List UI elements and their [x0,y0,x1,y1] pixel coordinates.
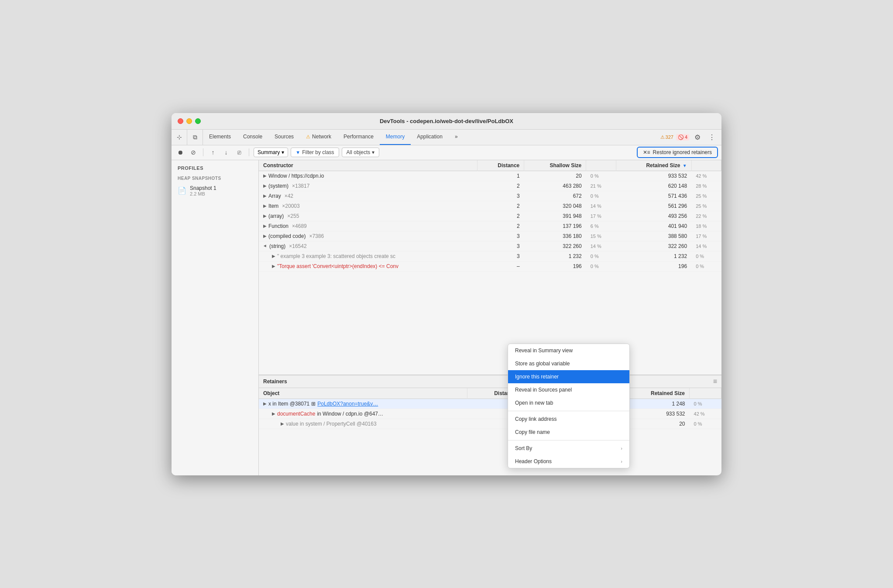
ctx-copy-link[interactable]: Copy link address [508,413,629,426]
snapshot-info: Snapshot 1 2.2 MB [190,185,216,196]
clear-icon[interactable]: ⎚ [234,147,244,158]
expand-icon[interactable]: ▶ [263,224,267,228]
upload-icon[interactable]: ↑ [208,147,218,158]
context-menu-separator-2 [508,440,629,440]
retainers-table-container[interactable]: Object Distance▲ Shallow Size Retained S… [259,388,721,475]
restore-icon: ✕≡ [643,149,650,155]
ret-col-retained-pct [690,388,721,399]
settings-icon[interactable]: ⚙ [692,131,703,143]
retainer-row[interactable]: ▶x in Item @38071 ⊞ PoLdbOX?anon=true&v…… [259,399,721,409]
device-icon[interactable]: ⧉ [187,130,203,145]
table-row[interactable]: ▶"Torque assert 'Convert<uintptr>(endInd… [259,261,721,271]
ret-col-object: Object [259,388,467,399]
context-menu-separator-1 [508,411,629,411]
dropdown-arrow-icon: ▾ [282,149,284,155]
ctx-open-new-tab[interactable]: Open in new tab [508,396,629,409]
toolbar-separator-2 [249,148,249,156]
col-retained-pct [691,160,721,171]
expand-icon[interactable]: ▶ [263,183,267,188]
restore-ignored-retainers-button[interactable]: ✕≡ Restore ignored retainers [637,147,718,158]
table-row[interactable]: ▶Item×20003 2 320 048 14 % 561 296 25 % [259,201,721,211]
sort-by-arrow-icon: › [621,446,622,451]
minimize-button[interactable] [186,118,192,124]
stop-icon[interactable]: ⊘ [188,147,199,158]
download-icon[interactable]: ↓ [221,147,231,158]
window-title: DevTools - codepen.io/web-dot-dev/live/P… [380,118,513,124]
error-badge: 🚫 4 [676,134,689,141]
ctx-copy-filename[interactable]: Copy file name [508,426,629,439]
summary-dropdown[interactable]: Summary ▾ [254,148,288,157]
ctx-sort-by[interactable]: Sort By › [508,442,629,455]
snapshot-name: Snapshot 1 [190,185,216,191]
expand-icon[interactable]: ▶ [272,254,275,258]
header-options-arrow-icon: › [621,459,622,464]
data-panel: Constructor Distance Shallow Size Retain… [259,160,721,475]
col-shallow-size: Shallow Size [524,160,586,171]
table-row[interactable]: ▶(array)×255 2 391 948 17 % 493 256 22 % [259,211,721,221]
all-objects-label: All objects [347,149,371,155]
tab-more[interactable]: » [449,130,464,145]
tab-sources[interactable]: Sources [268,130,300,145]
ctx-reveal-sources[interactable]: Reveal in Sources panel [508,383,629,396]
table-row[interactable]: ▶" example 3 example 3: scattered object… [259,251,721,261]
expand-icon[interactable]: ▶ [263,173,267,178]
expand-icon[interactable]: ▶ [263,401,267,406]
constructor-table-container[interactable]: Constructor Distance Shallow Size Retain… [259,160,721,375]
sidebar: Profiles HEAP SNAPSHOTS 📄 Snapshot 1 2.2… [172,160,259,475]
maximize-button[interactable] [195,118,201,124]
ctx-reveal-summary[interactable]: Reveal in Summary view [508,344,629,357]
all-objects-dropdown[interactable]: All objects ▾ [342,148,380,157]
col-shallow-pct [586,160,616,171]
restore-label: Restore ignored retainers [653,149,712,155]
tab-memory[interactable]: Memory [380,130,411,145]
constructor-table: Constructor Distance Shallow Size Retain… [259,160,721,272]
col-retained-size: Retained Size ▼ [616,160,691,171]
table-row[interactable]: ▶(system)×13817 2 463 280 21 % 620 148 2… [259,181,721,191]
col-constructor: Constructor [259,160,477,171]
summary-label: Summary [258,149,280,155]
retainer-row[interactable]: ▶value in system / PropertyCell @40163 2… [259,419,721,429]
tab-application[interactable]: Application [411,130,449,145]
expand-icon[interactable]: ▶ [281,421,284,426]
ctx-header-options[interactable]: Header Options › [508,455,629,468]
filter-label: Filter by class [302,149,334,155]
ctx-store-global[interactable]: Store as global variable [508,357,629,370]
expand-icon[interactable]: ▶ [263,193,267,198]
tab-performance[interactable]: Performance [337,130,380,145]
ctx-ignore-retainer[interactable]: Ignore this retainer [508,370,629,383]
expand-icon[interactable]: ▶ [272,264,275,268]
table-row[interactable]: ▼(string)×16542 3 322 260 14 % 322 260 1… [259,241,721,251]
tab-elements[interactable]: Elements [203,130,237,145]
warn-icon: ⚠ [660,134,665,140]
toolbar: ⏺ ⊘ ↑ ↓ ⎚ Summary ▾ ▼ Filter by class Al… [172,145,721,160]
expand-icon[interactable]: ▶ [272,411,275,416]
traffic-lights [178,118,201,124]
table-row[interactable]: ▶Array×42 3 672 0 % 571 436 25 % [259,191,721,201]
inspect-icon[interactable]: ⊹ [172,130,187,145]
toolbar-separator-1 [203,148,203,156]
title-bar: DevTools - codepen.io/web-dot-dev/live/P… [172,113,721,130]
tab-console[interactable]: Console [237,130,268,145]
table-row[interactable]: ▶Window / https://cdpn.io 1 20 0 % 933 5… [259,171,721,181]
close-button[interactable] [178,118,183,124]
filter-button[interactable]: ▼ Filter by class [291,148,339,157]
all-objects-arrow-icon: ▾ [372,149,374,155]
expand-icon[interactable]: ▶ [263,234,267,238]
tab-network[interactable]: ⚠ Network [300,130,337,145]
snapshot-item[interactable]: 📄 Snapshot 1 2.2 MB [172,182,258,199]
col-distance: Distance [477,160,524,171]
sidebar-profiles-title: Profiles [172,165,258,174]
main-content: Profiles HEAP SNAPSHOTS 📄 Snapshot 1 2.2… [172,160,721,475]
record-icon[interactable]: ⏺ [175,147,185,158]
more-icon[interactable]: ⋮ [706,131,718,143]
expand-icon[interactable]: ▶ [263,203,267,208]
expand-icon[interactable]: ▼ [263,244,268,248]
table-row[interactable]: ▶Function×4689 2 137 196 6 % 401 940 18 … [259,221,721,231]
table-row[interactable]: ▶(compiled code)×7386 3 336 180 15 % 388… [259,231,721,241]
retainer-row[interactable]: ▶documentCache in Window / cdpn.io @647…… [259,409,721,419]
tab-right-area: ⚠ 327 🚫 4 ⚙ ⋮ [660,130,721,145]
context-menu: Reveal in Summary view Store as global v… [508,344,630,468]
expand-icon[interactable]: ▶ [263,213,267,218]
snapshot-file-icon: 📄 [178,186,186,195]
retainers-table: Object Distance▲ Shallow Size Retained S… [259,388,721,429]
